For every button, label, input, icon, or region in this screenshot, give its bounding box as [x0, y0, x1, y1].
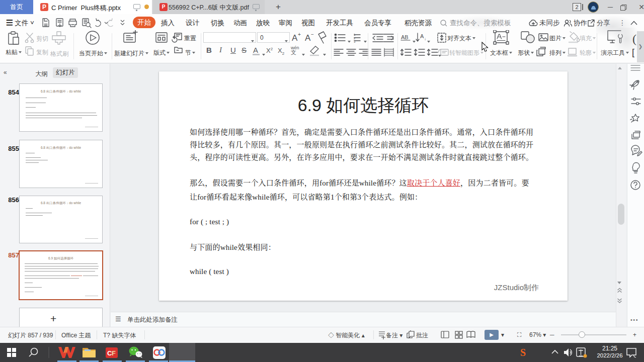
svg-text:A: A — [420, 33, 424, 39]
svg-text:S: S — [520, 347, 526, 358]
svg-text:−: − — [311, 32, 314, 37]
svg-text:A: A — [305, 33, 311, 43]
svg-text:AB: AB — [401, 34, 409, 40]
svg-text:F: F — [112, 349, 116, 357]
svg-text:+: + — [298, 32, 301, 37]
svg-text:2: 2 — [354, 37, 356, 40]
svg-text:A: A — [292, 33, 298, 43]
